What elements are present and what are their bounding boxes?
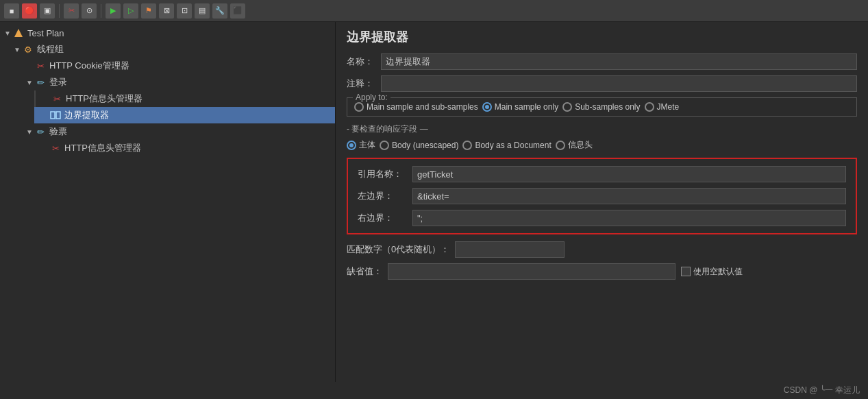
label-jmete: JMete	[657, 102, 680, 112]
tree-item-test-plan[interactable]: ▼ Test Plan	[0, 25, 335, 41]
match-row: 匹配数字（0代表随机）：	[347, 241, 857, 258]
comment-label: 注释：	[347, 77, 381, 90]
tree-item-verify[interactable]: ▼ ✏ 验票	[0, 123, 335, 140]
toolbar-separator-2	[101, 4, 101, 18]
right-boundary-label: 右边界：	[358, 212, 412, 224]
label-sub-only: Sub-samples only	[575, 102, 640, 112]
main-layout: ▼ Test Plan ▼ ⚙ 线程组 ✂ HTTP Cookie管理器 ▼ ✏…	[0, 22, 868, 382]
label-test-plan: Test Plan	[27, 28, 64, 38]
toolbar-icon-scissors[interactable]: ✂	[64, 3, 79, 19]
radio-main-only[interactable]	[482, 102, 492, 112]
toggle-http-header1	[41, 94, 51, 104]
toolbar-icon-play2[interactable]: ▷	[123, 3, 138, 19]
toolbar-icon-5[interactable]: ⚑	[141, 3, 156, 19]
tree-panel: ▼ Test Plan ▼ ⚙ 线程组 ✂ HTTP Cookie管理器 ▼ ✏…	[0, 22, 336, 382]
apply-option-main-sub[interactable]: Main sample and sub-samples	[354, 102, 478, 112]
toolbar-icon-1[interactable]: ■	[4, 3, 19, 19]
svg-marker-0	[14, 29, 23, 37]
apply-option-main-only[interactable]: Main sample only	[482, 102, 558, 112]
toggle-http-cookie	[25, 61, 34, 71]
toggle-login[interactable]: ▼	[25, 77, 34, 87]
toolbar-icon-10[interactable]: ⬛	[230, 3, 245, 19]
toolbar: ■ 🔴 ▣ ✂ ⊙ ▶ ▷ ⚑ ⊠ ⊡ ▤ 🔧 ⬛	[0, 0, 868, 22]
panel-title: 边界提取器	[347, 29, 857, 45]
apply-legend: Apply to:	[353, 93, 390, 102]
use-empty-label: 使用空默认值	[693, 266, 743, 278]
toolbar-icon-4[interactable]: ⊙	[82, 3, 97, 19]
toolbar-icon-9[interactable]: 🔧	[212, 3, 227, 19]
tree-item-login[interactable]: ▼ ✏ 登录	[0, 74, 335, 90]
apply-to-group: Apply to: Main sample and sub-samples Ma…	[347, 97, 857, 117]
radio-sub-only[interactable]	[562, 102, 572, 112]
use-empty-checkbox[interactable]	[681, 267, 691, 276]
icon-http-header2: ✂	[49, 142, 62, 154]
match-input[interactable]	[455, 241, 565, 258]
label-main-only: Main sample only	[495, 102, 558, 112]
comment-input[interactable]	[381, 75, 857, 92]
label-http-header1: HTTP信息头管理器	[66, 93, 142, 105]
name-input[interactable]	[381, 53, 857, 70]
icon-thread-group: ⚙	[22, 43, 34, 56]
default-label: 缺省值：	[347, 265, 382, 278]
toggle-http-header2	[40, 143, 49, 153]
left-boundary-row: 左边界：	[358, 188, 846, 204]
label-header: 信息头	[568, 139, 593, 151]
radio-main-sub[interactable]	[354, 102, 364, 112]
label-verify: 验票	[49, 125, 67, 138]
toolbar-icon-8[interactable]: ▤	[195, 3, 210, 19]
tree-item-http-cookie[interactable]: ✂ HTTP Cookie管理器	[0, 58, 335, 74]
tree-item-thread-group[interactable]: ▼ ⚙ 线程组	[0, 41, 335, 58]
toggle-thread-group[interactable]: ▼	[12, 45, 22, 54]
toolbar-icon-play[interactable]: ▶	[106, 3, 121, 19]
toolbar-icon-7[interactable]: ⊡	[177, 3, 192, 19]
icon-http-header1: ✂	[51, 93, 63, 105]
apply-option-sub-only[interactable]: Sub-samples only	[562, 102, 640, 112]
radio-header[interactable]	[556, 141, 565, 150]
toolbar-icon-2[interactable]: 🔴	[22, 3, 37, 19]
radio-body[interactable]	[347, 141, 356, 150]
default-input[interactable]	[388, 263, 675, 280]
icon-http-cookie: ✂	[34, 60, 47, 72]
label-body-doc: Body as a Document	[475, 141, 551, 150]
toolbar-icon-6[interactable]: ⊠	[159, 3, 174, 19]
response-option-body-doc[interactable]: Body as a Document	[462, 141, 551, 150]
radio-jmete[interactable]	[645, 102, 654, 112]
response-section-label: - 要检查的响应字段 —	[347, 123, 857, 135]
response-option-body[interactable]: 主体	[347, 139, 375, 151]
apply-to-options: Main sample and sub-samples Main sample …	[354, 102, 850, 112]
name-label: 名称：	[347, 56, 381, 68]
ref-name-row: 引用名称：	[358, 166, 846, 182]
toolbar-icon-3[interactable]: ▣	[40, 3, 55, 19]
default-row: 缺省值： 使用空默认值	[347, 263, 857, 280]
radio-body-doc[interactable]	[462, 141, 472, 150]
toggle-test-plan[interactable]: ▼	[3, 28, 12, 38]
right-boundary-input[interactable]	[412, 210, 846, 226]
apply-option-jmete[interactable]: JMete	[645, 102, 680, 112]
right-panel: 边界提取器 名称： 注释： Apply to: Main sample and …	[336, 22, 868, 382]
response-options: 主体 Body (unescaped) Body as a Document 信…	[347, 139, 857, 151]
response-option-header[interactable]: 信息头	[556, 139, 593, 151]
icon-verify: ✏	[34, 125, 47, 138]
credit-text: CSDN @ ╰一 幸运儿	[784, 385, 860, 395]
tree-item-http-header2[interactable]: ✂ HTTP信息头管理器	[34, 140, 335, 156]
svg-rect-1	[51, 112, 55, 119]
label-http-header2: HTTP信息头管理器	[64, 142, 141, 154]
toggle-verify[interactable]: ▼	[25, 127, 34, 136]
tree-item-http-header1[interactable]: ✂ HTTP信息头管理器	[34, 90, 335, 107]
icon-test-plan	[12, 27, 25, 39]
name-row: 名称：	[347, 53, 857, 70]
label-http-cookie: HTTP Cookie管理器	[49, 60, 129, 72]
label-boundary-extractor: 边界提取器	[64, 109, 109, 121]
response-option-body-unescaped[interactable]: Body (unescaped)	[380, 141, 458, 150]
left-boundary-label: 左边界：	[358, 190, 412, 202]
highlight-box: 引用名称： 左边界： 右边界：	[347, 158, 857, 234]
label-body-unescaped: Body (unescaped)	[392, 141, 458, 150]
tree-item-boundary-extractor[interactable]: 边界提取器	[34, 107, 335, 123]
label-login: 登录	[49, 76, 67, 88]
match-label: 匹配数字（0代表随机）：	[347, 243, 449, 256]
ref-name-input[interactable]	[412, 166, 846, 182]
left-boundary-input[interactable]	[412, 188, 846, 204]
radio-body-unescaped[interactable]	[380, 141, 389, 150]
use-empty-checkbox-row[interactable]: 使用空默认值	[681, 266, 743, 278]
right-boundary-row: 右边界：	[358, 210, 846, 226]
